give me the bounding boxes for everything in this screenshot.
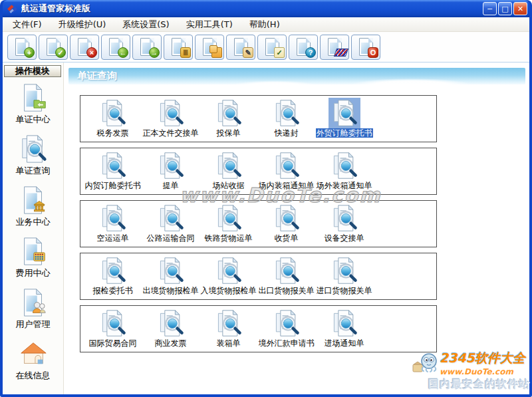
doc-item-label: 快递封 <box>275 128 299 138</box>
document-search-icon <box>97 255 129 286</box>
sidebar-item-doc-query[interactable]: 单证查询 <box>3 134 63 177</box>
doc-item[interactable]: 空运运单 <box>84 203 142 243</box>
page-title-banner: 单证查询 <box>68 68 525 84</box>
plus-badge-icon: + <box>24 47 35 58</box>
sidebar: 操作模块 单证中心 单证查询 <box>3 63 64 394</box>
cross-badge-icon: × <box>86 47 97 58</box>
sidebar-item-user-management[interactable]: 用户管理 <box>3 287 63 331</box>
menu-file[interactable]: 文件(F) <box>7 17 48 32</box>
doc-item-label: 商业发票 <box>155 338 187 348</box>
toolbar-doc-help-button[interactable]: ? <box>289 35 318 60</box>
house-icon <box>18 338 49 369</box>
document-search-icon <box>213 150 245 181</box>
menu-settings[interactable]: 系统设置(S) <box>116 17 175 32</box>
sidebar-item-doc-center[interactable]: 单证中心 <box>3 82 63 126</box>
toolbar-doc-flag-button[interactable] <box>320 35 349 60</box>
doc-item-label: 内贸订舱委托书 <box>85 181 141 190</box>
doc-item[interactable]: 场内装箱通知单 <box>257 150 315 190</box>
document-search-icon <box>97 98 129 128</box>
maximize-button[interactable]: □ <box>498 2 512 15</box>
toolbar-doc-stamp-button[interactable]: Ⅲ <box>164 35 193 60</box>
doc-item-label: 正本文件交接单 <box>143 128 199 138</box>
toolbar-doc-verify-button[interactable]: ✓ <box>257 35 287 60</box>
doc-item[interactable]: 收货单 <box>257 203 315 243</box>
doc-item[interactable]: 铁路货物运单 <box>200 203 257 243</box>
document-folder-icon <box>18 82 49 113</box>
doc-item-label: 提单 <box>163 181 179 190</box>
sidebar-header[interactable]: 操作模块 <box>4 65 61 77</box>
doc-item-label: 报检委托书 <box>93 286 133 295</box>
menubar: 文件(F) 升级维护(U) 系统设置(S) 实用工具(T) 帮助(H) <box>3 17 529 32</box>
doc-item-label: 税务发票 <box>97 128 129 138</box>
document-search-icon <box>271 308 303 338</box>
doc-item[interactable]: 设备交接单 <box>315 203 373 243</box>
arrow-left-badge-icon: ← <box>118 47 128 58</box>
document-search-icon <box>97 308 129 338</box>
doc-item[interactable]: 场外装箱通知单 <box>315 150 373 190</box>
document-group-5: 国际贸易合同 商业发票 装箱单 境外汇款申请书 <box>80 305 437 352</box>
doc-item[interactable]: 进场通知单 <box>315 308 373 348</box>
toolbar-doc-next-button[interactable]: → <box>132 35 162 60</box>
document-search-icon <box>155 98 187 128</box>
doc-item[interactable]: 报检委托书 <box>84 255 142 295</box>
sidebar-item-label: 用户管理 <box>16 319 51 331</box>
doc-item[interactable]: 装箱单 <box>200 308 257 348</box>
toolbar-doc-link-button[interactable] <box>195 35 224 60</box>
sidebar-item-label: 在线信息 <box>16 370 51 382</box>
menu-tools[interactable]: 实用工具(T) <box>180 17 239 32</box>
document-abacus-icon <box>18 236 49 267</box>
doc-item[interactable]: 入境货物报检单 <box>200 255 257 295</box>
minimize-button[interactable]: ─ <box>483 2 497 15</box>
doc-item-label: 出境货物报检单 <box>143 286 199 295</box>
doc-item-selected[interactable]: 外贸订舱委托书 <box>315 98 373 138</box>
sidebar-item-business-center[interactable]: 业务中心 <box>3 185 63 228</box>
doc-item[interactable]: 场站收据 <box>200 150 257 190</box>
doc-item-label: 公路运输合同 <box>147 233 195 243</box>
doc-item[interactable]: 税务发票 <box>84 98 142 138</box>
close-button[interactable]: ✕ <box>513 2 527 15</box>
doc-item[interactable]: 正本文件交接单 <box>142 98 200 138</box>
doc-item[interactable]: 内贸订舱委托书 <box>84 150 142 190</box>
titlebar: 航运通管家标准版 ─ □ ✕ <box>3 0 529 17</box>
menu-upgrade[interactable]: 升级维护(U) <box>53 17 112 32</box>
doc-item-label: 装箱单 <box>217 338 241 348</box>
toolbar-doc-exit-button[interactable]: O <box>351 35 380 60</box>
document-group-3: 空运运单 公路运输合同 铁路货物运单 收货单 <box>80 200 437 247</box>
toolbar-doc-edit-button[interactable]: ✎ <box>226 35 255 60</box>
menu-help[interactable]: 帮助(H) <box>243 17 286 32</box>
doc-item-label: 设备交接单 <box>325 233 364 243</box>
main-panel: 单证查询 税务发票 正本文件交接单 投保单 <box>64 63 529 394</box>
doc-item[interactable]: 国际贸易合同 <box>84 308 142 348</box>
sidebar-item-fee-center[interactable]: 费用中心 <box>3 236 63 279</box>
doc-item[interactable]: 投保单 <box>200 98 257 138</box>
toolbar-doc-add-button[interactable]: + <box>7 35 37 60</box>
toolbar-doc-previous-button[interactable]: ← <box>101 35 130 60</box>
doc-item[interactable]: 商业发票 <box>142 308 200 348</box>
doc-item[interactable]: 提单 <box>142 150 200 190</box>
document-search-icon <box>329 255 360 286</box>
doc-item[interactable]: 公路运输合同 <box>142 203 200 243</box>
doc-item-label: 收货单 <box>275 233 299 243</box>
window-title: 航运通管家标准版 <box>21 3 483 15</box>
document-search-icon <box>329 98 360 128</box>
power-badge-icon: O <box>368 47 378 58</box>
question-badge-icon: ? <box>305 47 316 58</box>
document-search-icon <box>97 203 129 233</box>
checkbox-badge-icon: ✓ <box>274 47 285 58</box>
document-search-icon <box>329 150 360 181</box>
document-search-icon <box>155 308 187 338</box>
doc-item-label: 进场通知单 <box>325 338 364 348</box>
sidebar-item-online-info[interactable]: 在线信息 <box>3 338 63 382</box>
document-search-icon <box>155 255 187 286</box>
toolbar-doc-approve-button[interactable]: ✓ <box>39 35 68 60</box>
sidebar-item-label: 费用中心 <box>16 267 51 279</box>
document-search-icon <box>213 308 245 338</box>
doc-item[interactable]: 境外汇款申请书 <box>257 308 315 348</box>
toolbar-doc-delete-button[interactable]: × <box>70 35 99 60</box>
doc-item[interactable]: 快递封 <box>257 98 315 138</box>
doc-item[interactable]: 出口货物报关单 <box>257 255 315 295</box>
document-group-4: 报检委托书 出境货物报检单 入境货物报检单 出口货物报关单 <box>80 253 437 300</box>
document-search-icon <box>271 203 303 233</box>
doc-item[interactable]: 出境货物报检单 <box>142 255 200 295</box>
doc-item[interactable]: 进口货物报关单 <box>315 255 373 295</box>
